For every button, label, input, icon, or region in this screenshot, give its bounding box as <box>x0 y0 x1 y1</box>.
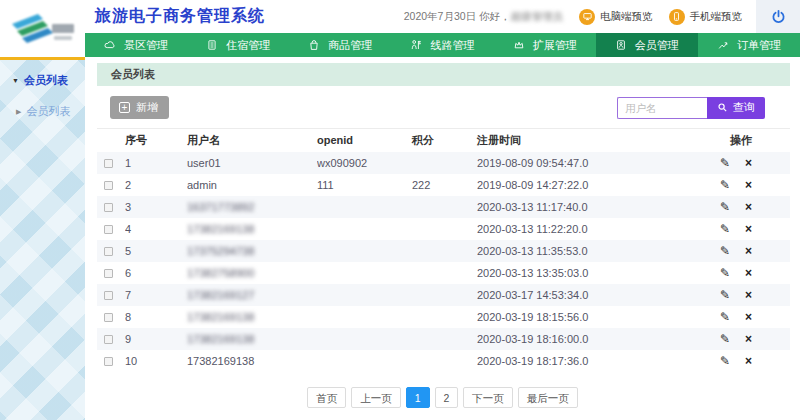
nav-item-route[interactable]: 线路管理 <box>391 33 493 57</box>
search-button[interactable]: 查询 <box>707 97 765 119</box>
goods-icon <box>308 39 320 51</box>
app-window: 旅游电子商务管理系统 2020年7月30日 你好，超级管理员 电脑端预览 手机端… <box>0 0 800 420</box>
nav-menu: 景区管理住宿管理商品管理线路管理扩展管理会员管理订单管理 <box>85 33 800 57</box>
header-right: 2020年7月30日 你好，超级管理员 电脑端预览 手机端预览 <box>404 0 800 33</box>
cell-points <box>412 240 477 262</box>
cell-time: 2020-03-13 11:35:53.0 <box>477 240 657 262</box>
cell-openid <box>317 306 412 328</box>
edit-icon[interactable]: ✎ <box>720 332 730 346</box>
row-checkbox[interactable] <box>104 335 113 344</box>
edit-icon[interactable]: ✎ <box>720 288 730 302</box>
cell-username: 17382169138 <box>187 328 317 350</box>
page-button-上一页[interactable]: 上一页 <box>351 387 401 408</box>
nav-item-goods[interactable]: 商品管理 <box>289 33 391 57</box>
nav-item-label: 会员管理 <box>635 38 679 53</box>
edit-icon[interactable]: ✎ <box>720 354 730 368</box>
page-button-首页[interactable]: 首页 <box>307 387 346 408</box>
edit-icon[interactable]: ✎ <box>720 200 730 214</box>
member-table-body: 1user01wx0909022019-08-09 09:54:47.0✎×2a… <box>97 152 790 372</box>
nav-item-hotel[interactable]: 住宿管理 <box>187 33 289 57</box>
edit-icon[interactable]: ✎ <box>720 178 730 192</box>
edit-icon[interactable]: ✎ <box>720 244 730 258</box>
cell-time: 2019-08-09 09:54:47.0 <box>477 152 657 174</box>
cell-username: 17382169127 <box>187 284 317 306</box>
edit-icon[interactable]: ✎ <box>720 222 730 236</box>
cell-time: 2020-03-13 11:17:40.0 <box>477 196 657 218</box>
cell-username: 16371773892 <box>187 196 317 218</box>
admin-name: 超级管理员 <box>511 10 564 22</box>
nav-item-member[interactable]: 会员管理 <box>596 33 698 57</box>
cell-no: 3 <box>125 196 187 218</box>
edit-icon[interactable]: ✎ <box>720 310 730 324</box>
col-username: 用户名 <box>187 129 317 152</box>
cell-points: 222 <box>412 174 477 196</box>
cell-no: 8 <box>125 306 187 328</box>
table-row: 1user01wx0909022019-08-09 09:54:47.0✎× <box>97 152 790 174</box>
delete-icon[interactable]: × <box>745 354 752 368</box>
table-row: 4173821691382020-03-13 11:22:20.0✎× <box>97 218 790 240</box>
row-checkbox[interactable] <box>104 247 113 256</box>
cell-points <box>412 328 477 350</box>
page-title: 旅游电子商务管理系统 <box>85 6 265 27</box>
cell-points <box>412 196 477 218</box>
col-no: 序号 <box>125 129 187 152</box>
edit-icon[interactable]: ✎ <box>720 266 730 280</box>
edit-icon[interactable]: ✎ <box>720 156 730 170</box>
search-group: 查询 <box>617 97 765 119</box>
header: 旅游电子商务管理系统 2020年7月30日 你好，超级管理员 电脑端预览 手机端… <box>85 0 800 33</box>
cell-points <box>412 350 477 372</box>
delete-icon[interactable]: × <box>745 156 752 170</box>
breadcrumb: 会员列表 <box>97 63 790 86</box>
table-row: 8173821691382020-03-19 18:15:56.0✎× <box>97 306 790 328</box>
nav-item-extension[interactable]: 扩展管理 <box>494 33 596 57</box>
nav-item-order[interactable]: 订单管理 <box>698 33 800 57</box>
cell-no: 2 <box>125 174 187 196</box>
page-button-最后一页[interactable]: 最后一页 <box>518 387 578 408</box>
pc-preview-button[interactable]: 电脑端预览 <box>579 9 653 25</box>
sidebar-subitem-member-list[interactable]: ▶ 会员列表 <box>0 94 85 125</box>
delete-icon[interactable]: × <box>745 310 752 324</box>
page-button-下一页[interactable]: 下一页 <box>463 387 513 408</box>
delete-icon[interactable]: × <box>745 222 752 236</box>
logout-button[interactable] <box>756 0 800 33</box>
route-icon <box>410 39 422 51</box>
delete-icon[interactable]: × <box>745 332 752 346</box>
search-input[interactable] <box>617 97 707 119</box>
nav-item-label: 景区管理 <box>124 38 168 53</box>
cell-username: 17382758900 <box>187 262 317 284</box>
logo <box>0 0 85 57</box>
add-button[interactable]: + 新增 <box>110 96 169 119</box>
sidebar-item-member-list[interactable]: ▼ 会员列表 <box>0 60 85 94</box>
mobile-preview-button[interactable]: 手机端预览 <box>669 9 743 25</box>
cell-username: 17382169138 <box>187 218 317 240</box>
row-checkbox[interactable] <box>104 269 113 278</box>
scenic-icon <box>104 39 116 51</box>
cell-username: admin <box>187 174 317 196</box>
cell-no: 4 <box>125 218 187 240</box>
page-button-1[interactable]: 1 <box>406 387 430 408</box>
row-checkbox[interactable] <box>104 291 113 300</box>
table-row: 3163717738922020-03-13 11:17:40.0✎× <box>97 196 790 218</box>
delete-icon[interactable]: × <box>745 244 752 258</box>
cell-time: 2019-08-09 14:27:22.0 <box>477 174 657 196</box>
col-checkbox <box>97 129 125 152</box>
table-row: 5173752947382020-03-13 11:35:53.0✎× <box>97 240 790 262</box>
row-checkbox[interactable] <box>104 159 113 168</box>
delete-icon[interactable]: × <box>745 200 752 214</box>
row-checkbox[interactable] <box>104 225 113 234</box>
row-checkbox[interactable] <box>104 203 113 212</box>
sidebar-subitem-label: 会员列表 <box>26 104 70 119</box>
delete-icon[interactable]: × <box>745 266 752 280</box>
row-checkbox[interactable] <box>104 357 113 366</box>
cell-openid: 111 <box>317 174 412 196</box>
page-button-2[interactable]: 2 <box>435 387 459 408</box>
nav-item-scenic[interactable]: 景区管理 <box>85 33 187 57</box>
monitor-icon <box>579 9 595 25</box>
logo-image <box>8 9 78 49</box>
row-checkbox[interactable] <box>104 313 113 322</box>
delete-icon[interactable]: × <box>745 178 752 192</box>
cell-openid <box>317 328 412 350</box>
col-points: 积分 <box>412 129 477 152</box>
row-checkbox[interactable] <box>104 181 113 190</box>
delete-icon[interactable]: × <box>745 288 752 302</box>
